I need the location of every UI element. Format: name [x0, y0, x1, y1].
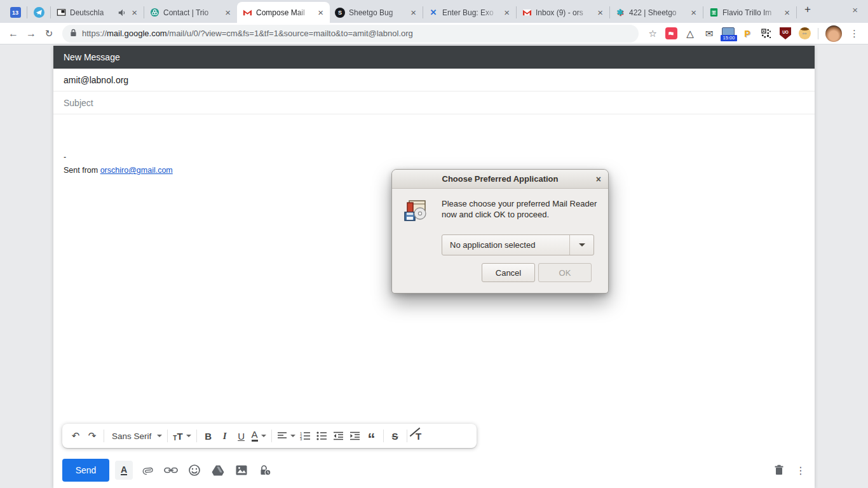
tab-title: Enter Bug: Exo — [442, 8, 499, 17]
lock-icon — [70, 29, 77, 39]
dialog-close-icon[interactable]: × — [596, 170, 601, 188]
pinned-tab-calendar[interactable]: 13 — [4, 2, 27, 23]
timer-badge: 15:00 — [721, 35, 737, 41]
bold-icon[interactable]: B — [200, 426, 217, 445]
tab-sheetgo-bug[interactable]: S Sheetgo Bug × — [330, 2, 423, 23]
compose-header[interactable]: New Message — [53, 46, 815, 69]
dialog-message: Please choose your preferred Mail Reader… — [442, 196, 598, 227]
font-size-dropdown[interactable]: TT — [171, 426, 193, 445]
message-body[interactable]: - Sent from orschiro@gmail.com — [53, 114, 815, 175]
indent-increase-icon[interactable] — [347, 426, 363, 445]
ublock-extension-icon[interactable]: UO — [778, 27, 792, 41]
tab-close-icon[interactable]: × — [596, 7, 604, 18]
tab-title: Deutschla — [70, 8, 114, 17]
news-favicon — [56, 8, 66, 18]
align-dropdown[interactable] — [275, 426, 297, 445]
tab-close-icon[interactable]: × — [689, 7, 698, 18]
dialog-titlebar[interactable]: Choose Preferred Application × — [392, 170, 608, 189]
quote-icon[interactable]: “ — [363, 426, 380, 445]
indent-decrease-icon[interactable] — [330, 426, 347, 445]
page-content: New Message amit@labnol.org Subject - Se… — [0, 44, 868, 488]
text-color-dropdown[interactable]: A — [250, 426, 268, 445]
send-button[interactable]: Send — [62, 459, 109, 482]
insert-photo-icon[interactable] — [233, 461, 250, 480]
reload-button[interactable]: ↻ — [41, 28, 57, 39]
redo-icon[interactable]: ↷ — [84, 426, 100, 445]
subject-placeholder: Subject — [64, 98, 93, 108]
choose-application-dialog: Choose Preferred Application × — [391, 169, 609, 294]
tab-contact[interactable]: Contact | Trio × — [144, 2, 237, 23]
back-button[interactable]: ← — [5, 28, 22, 39]
signature-email-link[interactable]: orschiro@gmail.com — [100, 166, 173, 175]
drive-icon[interactable] — [209, 461, 227, 480]
italic-icon[interactable]: I — [217, 426, 233, 445]
ok-button[interactable]: OK — [538, 263, 592, 282]
tab-enter-bug[interactable]: ✕ Enter Bug: Exo × — [423, 2, 516, 23]
toolbar-separator — [818, 28, 818, 39]
tab-title: 422 | Sheetgo — [629, 8, 686, 17]
tab-separator — [796, 6, 797, 18]
timer-extension-icon[interactable]: 15:00 — [721, 27, 735, 41]
tab-inbox[interactable]: Inbox (9) - ors × — [517, 2, 609, 23]
confidential-mode-icon[interactable] — [256, 461, 274, 480]
forward-button[interactable]: → — [23, 28, 39, 39]
chevron-down-icon — [261, 435, 266, 437]
audio-playing-icon[interactable] — [118, 8, 126, 17]
triangle-extension-icon[interactable]: △ — [683, 27, 697, 41]
recipient-field[interactable]: amit@labnol.org — [53, 69, 815, 92]
recipient-value: amit@labnol.org — [64, 75, 128, 85]
gmail-favicon — [522, 8, 532, 18]
tab-close-icon[interactable]: × — [783, 7, 791, 18]
more-options-icon[interactable]: ⋮ — [796, 464, 806, 477]
compose-title: New Message — [64, 52, 120, 62]
signature-text: Sent from — [64, 166, 100, 175]
application-dropdown[interactable]: No application selected — [442, 234, 594, 255]
new-tab-button[interactable]: + — [797, 3, 818, 20]
remove-formatting-icon[interactable]: T — [410, 426, 427, 445]
sheets-favicon — [709, 8, 719, 18]
pushbullet-extension-icon[interactable]: P — [740, 27, 754, 41]
font-family-dropdown[interactable]: Sans Serif — [107, 426, 164, 445]
strikethrough-icon[interactable]: S — [387, 426, 403, 445]
tab-close-icon[interactable]: × — [503, 7, 511, 18]
numbered-list-icon[interactable]: 123 — [297, 426, 314, 445]
chevron-down-icon — [290, 435, 295, 437]
dropdown-value: No application selected — [442, 235, 569, 255]
formatting-options-button[interactable]: A — [115, 461, 133, 480]
tab-deutschland[interactable]: Deutschla × — [51, 2, 144, 23]
knot-favicon — [149, 8, 159, 18]
tab-close-icon[interactable]: × — [316, 7, 325, 18]
tab-flavio-trillo[interactable]: Flavio Trillo Im × — [703, 2, 796, 23]
pinned-tab-telegram[interactable] — [27, 2, 50, 23]
nerd-face-extension-icon[interactable] — [797, 27, 811, 41]
attach-file-icon[interactable] — [139, 461, 156, 480]
qr-extension-icon[interactable] — [759, 27, 773, 41]
sheetgo-favicon: S — [335, 8, 345, 18]
tab-compose-mail-active[interactable]: Compose Mail × — [237, 2, 330, 23]
tab-close-icon[interactable]: × — [409, 7, 417, 18]
undo-icon[interactable]: ↶ — [67, 426, 84, 445]
dropdown-arrow — [569, 235, 593, 255]
mail-checker-extension-icon[interactable]: ✉ — [702, 27, 716, 41]
address-bar[interactable]: https://mail.google.com/mail/u/0/?view=c… — [62, 25, 639, 43]
url-text: https://mail.google.com/mail/u/0/?view=c… — [82, 29, 413, 38]
tab-title: Contact | Trio — [163, 8, 220, 17]
insert-emoji-icon[interactable] — [186, 461, 203, 480]
profile-avatar[interactable] — [825, 25, 842, 42]
tab-close-icon[interactable]: × — [224, 7, 232, 18]
discard-draft-trash-icon[interactable] — [770, 461, 788, 480]
gmail-favicon — [242, 8, 252, 18]
browser-menu-icon[interactable]: ⋮ — [846, 28, 863, 39]
reader-extension-icon[interactable] — [664, 27, 678, 41]
window-close-icon[interactable]: × — [842, 4, 868, 19]
subject-field[interactable]: Subject — [53, 92, 815, 114]
underline-icon[interactable]: U — [233, 426, 250, 445]
bookmark-star-icon[interactable]: ☆ — [645, 28, 661, 39]
cancel-button[interactable]: Cancel — [482, 263, 535, 282]
chevron-down-icon — [157, 435, 162, 437]
tab-422-sheetgo[interactable]: ✱ 422 | Sheetgo × — [610, 2, 703, 23]
bugzilla-favicon: ✕ — [428, 8, 438, 18]
insert-link-icon[interactable] — [162, 461, 180, 480]
tab-close-icon[interactable]: × — [130, 7, 139, 18]
bulleted-list-icon[interactable] — [314, 426, 330, 445]
